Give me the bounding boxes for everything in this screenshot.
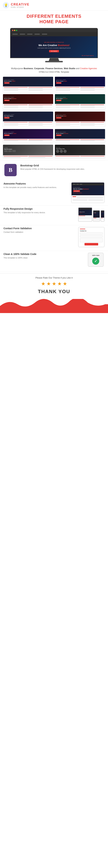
screenshot-content-7 xyxy=(3,139,53,143)
awesome-features-nav xyxy=(72,183,103,185)
screenshot-btn-3: Get Started xyxy=(4,100,9,101)
screenshot-photo-2: Agency Team Expert Agency Team xyxy=(55,145,105,158)
responsive-desc: This template is fully responsive for ev… xyxy=(3,211,75,214)
responsive-image: We Are Creative Business! Creative Busin… xyxy=(78,208,105,221)
header: 💡 CREATIVE PIXEL STUDIO xyxy=(0,0,108,11)
screenshot-grid-row3: WE ARE DIGITAL & CREATIVE Best Digital A… xyxy=(0,112,108,129)
screenshot-content-5 xyxy=(3,121,53,127)
screenshot-content-2 xyxy=(55,87,105,92)
screenshot-badge-8: WE ARE DIGITAL & CREATIVE xyxy=(56,132,66,132)
screenshot-hero-2: WE ARE DIGITAL & CREATIVE We Are Creativ… xyxy=(55,77,105,87)
screenshot-title-2: We Are Creative Digital! xyxy=(56,81,67,82)
screenshot-badge-1: WE ARE DIGITAL & CREATIVE xyxy=(4,80,14,80)
screenshot-grid-row4: WE ARE DIGITAL & CREATIVE We Are Creativ… xyxy=(0,129,108,145)
resp-phone: Creative xyxy=(101,210,105,221)
screenshot-title-4: We Are Digital Business! xyxy=(56,98,67,99)
screenshot-title-7: We Are Creative & Unique! xyxy=(4,133,16,134)
monitor-hero-button[interactable]: Get Started xyxy=(49,50,59,52)
monitor-nav-item2 xyxy=(27,34,33,35)
nav-item-3 xyxy=(79,184,82,185)
validate-monitor: 100% Valid ✓ xyxy=(88,253,104,267)
validate-content: Clean & 100% Validate Code This template… xyxy=(3,253,84,259)
validate-title: Clean & 100% Validate Code xyxy=(3,253,84,255)
monitor-nav-item4 xyxy=(42,34,47,35)
screenshot-hero-6: WE ARE DIGITAL & CREATIVE We Are Creativ… xyxy=(55,112,105,121)
resp-tablet-content xyxy=(93,218,100,221)
screenshot-badge-2: WE ARE DIGITAL & CREATIVE xyxy=(56,80,66,80)
contact-field-message[interactable] xyxy=(80,238,103,242)
screenshot-variant-8: WE ARE DIGITAL & CREATIVE We Are Creativ… xyxy=(55,129,105,143)
main-monitor-section: WE ARE DIGITAL & CREATIVE We Are Creativ… xyxy=(0,26,108,64)
bootstrap-icon-wrapper: B xyxy=(3,164,17,176)
contact-field-email[interactable] xyxy=(80,235,103,237)
description-text: Multipurpose Business, Corporate, Financ… xyxy=(5,67,103,73)
bootstrap-icon: B xyxy=(4,164,17,176)
screenshot-variant-1: WE ARE DIGITAL & CREATIVE We Are Creativ… xyxy=(3,76,53,92)
monitor-nav-item1 xyxy=(20,34,25,35)
resp-phone-screen: Creative xyxy=(101,211,104,218)
screenshot-variant-6: WE ARE DIGITAL & CREATIVE We Are Creativ… xyxy=(55,112,105,127)
monitor-dot-yellow xyxy=(14,30,15,31)
resp-tablet-screen: Creative Business! xyxy=(93,211,100,218)
logo-title: CREATIVE xyxy=(11,3,30,6)
monitor-hero-title-text: We Are Creative xyxy=(38,44,57,46)
bootstrap-title: Bootstrap Grid xyxy=(20,164,105,167)
screenshot-grid-row1: WE ARE DIGITAL & CREATIVE We Are Creativ… xyxy=(0,76,108,94)
desc-bold2: Corporate xyxy=(34,67,44,70)
screenshot-btn-1: Get Started xyxy=(4,82,9,84)
monitor-nav-logo xyxy=(12,34,18,35)
screenshot-title-5: Best Digital Agency xyxy=(4,116,13,117)
awesome-features-content: Awesome Features In this template we pro… xyxy=(3,182,69,189)
screenshot-variant-3: WE ARE DIGITAL & CREATIVE We Are Creativ… xyxy=(3,94,53,110)
screenshot-badge-7: WE ARE DIGITAL & CREATIVE xyxy=(4,132,14,132)
screenshot-variant-5: WE ARE DIGITAL & CREATIVE Best Digital A… xyxy=(3,112,53,127)
monitor-nav-item3 xyxy=(35,34,40,35)
bootstrap-content: Bootstrap Grid Most popular HTML & CSS f… xyxy=(20,164,105,170)
screenshot-btn-8: Get Started xyxy=(56,134,61,136)
resp-monitor-screen: We Are Creative Business! xyxy=(78,208,92,215)
nav-item-1 xyxy=(73,184,75,185)
screenshot-grid-row2: WE ARE DIGITAL & CREATIVE We Are Creativ… xyxy=(0,94,108,112)
logo-subtitle: PIXEL STUDIO xyxy=(11,6,30,8)
logo-icon: 💡 xyxy=(3,2,9,8)
desc-bold1: Business xyxy=(24,67,33,70)
screenshot-btn-5: Get Started xyxy=(4,117,9,119)
desc-bold3: Finance Services xyxy=(45,67,63,70)
star-3: ★ xyxy=(52,281,56,287)
contact-desc: Contact form validation xyxy=(3,230,75,234)
contact-form-image: Contact Us xyxy=(78,227,105,247)
monitor-top-bar xyxy=(11,29,97,32)
screenshot-hero-5: WE ARE DIGITAL & CREATIVE Best Digital A… xyxy=(3,112,53,121)
screenshot-hero-7: WE ARE DIGITAL & CREATIVE We Are Creativ… xyxy=(3,129,53,139)
screenshot-hero-8: WE ARE DIGITAL & CREATIVE We Are Creativ… xyxy=(55,129,105,139)
contact-form-section: Contact Form Validation Contact form val… xyxy=(0,225,108,251)
screenshot-content-1 xyxy=(3,87,53,92)
screenshot-variant-2: WE ARE DIGITAL & CREATIVE We Are Creativ… xyxy=(55,76,105,92)
monitor-hero-sub: Lorem ipsum dolor sit amet consectetur a… xyxy=(37,48,70,49)
monitor-wrapper: WE ARE DIGITAL & CREATIVE We Are Creativ… xyxy=(10,28,98,62)
contact-field-name[interactable] xyxy=(80,232,103,235)
resp-monitor-content xyxy=(78,215,92,220)
screenshot-badge-4: WE ARE DIGITAL & CREATIVE xyxy=(56,97,66,98)
bootstrap-desc: Most popular HTML & CSS framework for de… xyxy=(20,167,105,170)
screenshot-content-3 xyxy=(3,104,53,110)
monitor-dot-green xyxy=(16,30,17,31)
awesome-features-title: Awesome Features xyxy=(3,182,69,185)
screenshot-variant-4: WE ARE DIGITAL & CREATIVE We Are Digital… xyxy=(55,94,105,110)
responsive-title: Fully Responsive Design xyxy=(3,208,75,210)
monitor-hero-badge: WE ARE DIGITAL & CREATIVE xyxy=(44,41,64,43)
contact-form-submit[interactable] xyxy=(85,243,98,245)
monitor-expert-label: We are Expert Agency xyxy=(82,55,94,56)
contact-form-accent xyxy=(80,229,85,229)
star-1: ★ xyxy=(41,281,45,287)
screenshot-hero-3: WE ARE DIGITAL & CREATIVE We Are Creativ… xyxy=(3,94,53,104)
validate-icon-wrapper: 100% Valid ✓ xyxy=(87,253,105,267)
monitor-screen: WE ARE DIGITAL & CREATIVE We Are Creativ… xyxy=(10,28,98,58)
responsive-section: Fully Responsive Design This template is… xyxy=(0,206,108,225)
resp-phone-content xyxy=(101,218,104,221)
screenshot-btn-7: Get Started xyxy=(4,134,9,136)
nav-item-2 xyxy=(76,184,79,185)
star-5: ★ xyxy=(63,281,67,287)
bulb-icon: 💡 xyxy=(4,3,8,7)
screenshot-badge-5: WE ARE DIGITAL & CREATIVE xyxy=(4,114,14,115)
